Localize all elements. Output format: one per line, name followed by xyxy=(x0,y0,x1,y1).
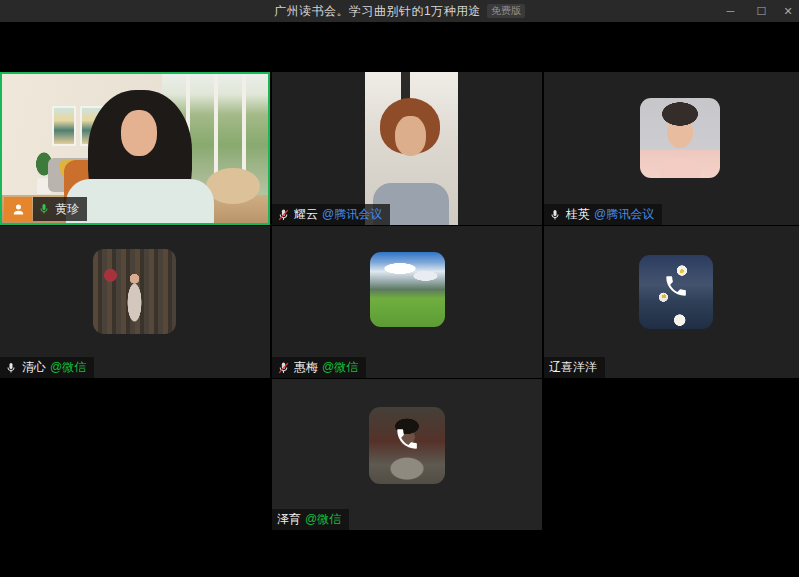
nameplate-row: 清心 @微信 xyxy=(0,357,94,378)
video-tile-yaoyun[interactable]: 耀云 @腾讯会议 xyxy=(272,72,542,225)
participant-name: 辽喜洋洋 xyxy=(549,359,597,376)
nameplate: 泽育 @微信 xyxy=(272,509,349,530)
free-version-badge: 免费版 xyxy=(487,4,525,18)
window-controls: ─ ☐ ✕ xyxy=(715,0,799,22)
mic-muted-icon xyxy=(277,208,290,222)
painting xyxy=(52,106,76,146)
virtual-bg-beanbag xyxy=(206,168,260,204)
participant-name: 黄珍 xyxy=(55,201,79,218)
nameplate-row: 黄珍 xyxy=(4,197,87,221)
mic-on-icon xyxy=(5,361,18,375)
participant-name: 桂英 xyxy=(566,206,590,223)
nameplate-row: 辽喜洋洋 xyxy=(544,357,605,378)
video-tile-zeyu[interactable]: 泽育 @微信 xyxy=(272,379,542,530)
nameplate-row: 桂英 @腾讯会议 xyxy=(544,204,662,225)
mic-muted-icon xyxy=(277,361,290,375)
nameplate-row: 泽育 @微信 xyxy=(272,509,349,530)
participant-platform: @微信 xyxy=(50,359,86,376)
participant-avatar xyxy=(369,407,445,484)
nameplate: 清心 @微信 xyxy=(0,357,94,378)
video-tile-guiying[interactable]: 桂英 @腾讯会议 xyxy=(544,72,799,225)
nameplate-row: 惠梅 @微信 xyxy=(272,357,366,378)
video-tile-huimei[interactable]: 惠梅 @微信 xyxy=(272,226,542,378)
participant-name: 清心 xyxy=(22,359,46,376)
nameplate: 黄珍 xyxy=(33,197,87,221)
maximize-button[interactable]: ☐ xyxy=(746,0,777,22)
person-face xyxy=(395,116,426,156)
participant-platform: @微信 xyxy=(322,359,358,376)
participant-avatar xyxy=(640,98,720,178)
participant-avatar xyxy=(370,252,445,327)
titlebar: 广州读书会。学习曲别针的1万种用途 免费版 ─ ☐ ✕ xyxy=(0,0,799,22)
phone-call-icon xyxy=(392,424,422,454)
host-indicator-badge xyxy=(4,197,32,221)
person-icon xyxy=(11,202,26,217)
video-tile-qingxin[interactable]: 清心 @微信 xyxy=(0,226,270,378)
titlebar-center: 广州读书会。学习曲别针的1万种用途 免费版 xyxy=(274,3,525,20)
mic-on-icon xyxy=(549,208,562,222)
nameplate: 辽喜洋洋 xyxy=(544,357,605,378)
video-grid: 黄珍 耀云 @腾讯会议 xyxy=(0,22,799,577)
participant-name: 泽育 xyxy=(277,511,301,528)
video-tile-huangzhen[interactable]: 黄珍 xyxy=(0,72,270,225)
participant-avatar xyxy=(639,255,713,329)
minimize-button[interactable]: ─ xyxy=(715,0,746,22)
nameplate: 耀云 @腾讯会议 xyxy=(272,204,390,225)
video-tile-liaoxiyangyang[interactable]: 辽喜洋洋 xyxy=(544,226,799,378)
participant-platform: @腾讯会议 xyxy=(594,206,654,223)
participant-video xyxy=(365,72,458,225)
participant-name: 惠梅 xyxy=(294,359,318,376)
participant-avatar xyxy=(93,249,176,334)
mic-on-icon xyxy=(38,202,51,216)
person-body xyxy=(66,179,214,223)
close-button[interactable]: ✕ xyxy=(777,0,799,22)
participant-platform: @腾讯会议 xyxy=(322,206,382,223)
meeting-title: 广州读书会。学习曲别针的1万种用途 xyxy=(274,3,481,20)
nameplate: 桂英 @腾讯会议 xyxy=(544,204,662,225)
participant-platform: @微信 xyxy=(305,511,341,528)
phone-call-icon xyxy=(661,271,691,301)
nameplate: 惠梅 @微信 xyxy=(272,357,366,378)
nameplate-row: 耀云 @腾讯会议 xyxy=(272,204,390,225)
participant-name: 耀云 xyxy=(294,206,318,223)
person-face xyxy=(121,110,157,156)
